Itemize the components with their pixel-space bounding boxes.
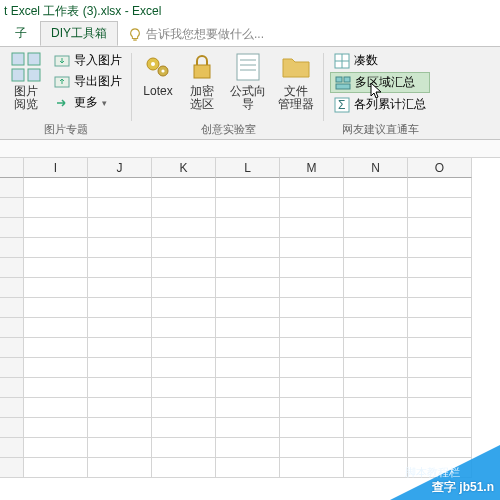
cell[interactable] [216, 238, 280, 258]
cell[interactable] [344, 398, 408, 418]
cell[interactable] [88, 218, 152, 238]
cell[interactable] [216, 358, 280, 378]
cell[interactable] [88, 178, 152, 198]
cell[interactable] [408, 398, 472, 418]
row-header[interactable] [0, 378, 24, 398]
cell[interactable] [280, 238, 344, 258]
cell[interactable] [216, 418, 280, 438]
cell[interactable] [24, 198, 88, 218]
cell[interactable] [408, 238, 472, 258]
cell[interactable] [24, 238, 88, 258]
cell[interactable] [152, 178, 216, 198]
row-header[interactable] [0, 178, 24, 198]
cell[interactable] [216, 378, 280, 398]
cell[interactable] [344, 178, 408, 198]
cell[interactable] [216, 438, 280, 458]
cell[interactable] [216, 398, 280, 418]
cell[interactable] [88, 238, 152, 258]
cell[interactable] [216, 338, 280, 358]
select-all-corner[interactable] [0, 158, 24, 178]
cell[interactable] [24, 298, 88, 318]
cell[interactable] [216, 318, 280, 338]
cell[interactable] [216, 178, 280, 198]
cell[interactable] [344, 198, 408, 218]
col-K[interactable]: K [152, 158, 216, 178]
cell[interactable] [24, 278, 88, 298]
cell[interactable] [152, 238, 216, 258]
cell[interactable] [408, 338, 472, 358]
cell[interactable] [280, 398, 344, 418]
encrypt-selection-button[interactable]: 加密 选区 [182, 49, 222, 121]
cell[interactable] [152, 358, 216, 378]
col-L[interactable]: L [216, 158, 280, 178]
cell[interactable] [216, 258, 280, 278]
cell[interactable] [280, 278, 344, 298]
row-header[interactable] [0, 458, 24, 478]
row-header[interactable] [0, 398, 24, 418]
cell[interactable] [152, 258, 216, 278]
cell[interactable] [152, 338, 216, 358]
formula-guide-button[interactable]: 公式向 导 [226, 49, 270, 121]
tab-prev[interactable]: 子 [4, 21, 38, 46]
row-header[interactable] [0, 278, 24, 298]
cell[interactable] [344, 258, 408, 278]
cell[interactable] [216, 218, 280, 238]
cell[interactable] [152, 198, 216, 218]
row-header[interactable] [0, 218, 24, 238]
cell[interactable] [408, 298, 472, 318]
cell[interactable] [216, 278, 280, 298]
col-O[interactable]: O [408, 158, 472, 178]
cell[interactable] [24, 378, 88, 398]
col-M[interactable]: M [280, 158, 344, 178]
column-cumsum-button[interactable]: Σ 各列累计汇总 [330, 95, 430, 114]
cell[interactable] [24, 258, 88, 278]
cell[interactable] [344, 218, 408, 238]
file-manager-button[interactable]: 文件 管理器 [274, 49, 318, 121]
cell[interactable] [24, 458, 88, 478]
cell[interactable] [88, 378, 152, 398]
cell[interactable] [280, 338, 344, 358]
tell-me[interactable]: 告诉我您想要做什么... [120, 23, 272, 46]
cell[interactable] [88, 198, 152, 218]
cell[interactable] [88, 398, 152, 418]
cell[interactable] [88, 358, 152, 378]
cell[interactable] [152, 278, 216, 298]
cell[interactable] [344, 238, 408, 258]
row-header[interactable] [0, 258, 24, 278]
cell[interactable] [24, 398, 88, 418]
cell[interactable] [24, 318, 88, 338]
cell[interactable] [344, 278, 408, 298]
cell[interactable] [152, 458, 216, 478]
cell[interactable] [344, 338, 408, 358]
import-image-button[interactable]: 导入图片 [50, 51, 126, 70]
cell[interactable] [24, 418, 88, 438]
row-header[interactable] [0, 198, 24, 218]
cell[interactable] [280, 218, 344, 238]
cell[interactable] [24, 358, 88, 378]
tab-diy-toolbox[interactable]: DIY工具箱 [40, 21, 118, 46]
formula-bar[interactable] [0, 140, 500, 158]
lotex-button[interactable]: Lotex [138, 49, 178, 121]
cell[interactable] [152, 398, 216, 418]
image-browse-button[interactable]: 图片 阅览 [6, 49, 46, 121]
row-header[interactable] [0, 338, 24, 358]
cell[interactable] [408, 278, 472, 298]
cell[interactable] [408, 358, 472, 378]
cell[interactable] [152, 218, 216, 238]
cell[interactable] [408, 318, 472, 338]
cell[interactable] [152, 438, 216, 458]
cell[interactable] [152, 418, 216, 438]
cell[interactable] [216, 298, 280, 318]
cell[interactable] [280, 198, 344, 218]
cell[interactable] [152, 298, 216, 318]
row-header[interactable] [0, 418, 24, 438]
cell[interactable] [216, 198, 280, 218]
row-header[interactable] [0, 438, 24, 458]
cell[interactable] [88, 418, 152, 438]
export-image-button[interactable]: 导出图片 [50, 72, 126, 91]
cell[interactable] [344, 298, 408, 318]
cell[interactable] [280, 178, 344, 198]
cell[interactable] [88, 438, 152, 458]
cell[interactable] [24, 438, 88, 458]
row-header[interactable] [0, 238, 24, 258]
